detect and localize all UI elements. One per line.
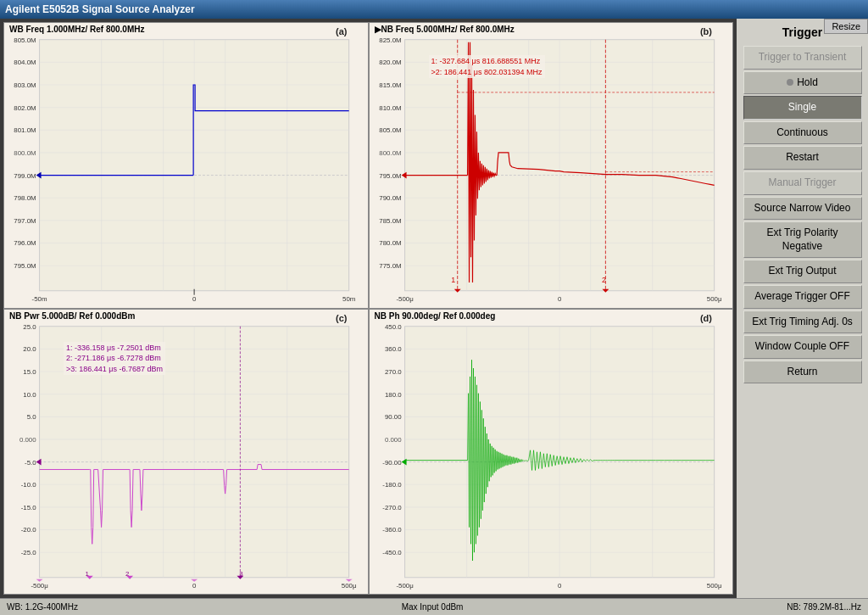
svg-text:804.0M: 804.0M — [14, 59, 36, 66]
title-bar: Agilent E5052B Signal Source Analyzer — [0, 0, 868, 19]
return-button[interactable]: Return — [743, 361, 862, 384]
svg-text:10.0: 10.0 — [23, 390, 36, 398]
hold-indicator — [787, 79, 793, 86]
window-couple-button[interactable]: Window Couple OFF — [743, 335, 862, 359]
svg-text:1: 1 — [86, 569, 89, 577]
ext-trig-timing-button[interactable]: Ext Trig Timing Adj. 0s — [743, 310, 862, 334]
svg-text:3: 3 — [239, 569, 243, 577]
svg-text:775.0M: 775.0M — [379, 262, 401, 270]
chart-panel-a: WB Freq 1.000MHz/ Ref 800.0MHz (a) — [3, 22, 369, 309]
svg-text:0: 0 — [192, 295, 197, 303]
svg-text:1: 1 — [451, 276, 455, 284]
svg-text:805.0M: 805.0M — [14, 36, 36, 44]
svg-text:500μ: 500μ — [706, 295, 721, 303]
average-trigger-button[interactable]: Average Trigger OFF — [743, 285, 862, 309]
restart-button[interactable]: Restart — [743, 146, 862, 170]
svg-text:-360.0: -360.0 — [382, 526, 402, 534]
svg-text:0: 0 — [557, 295, 561, 303]
chart-d-title: NB Ph 90.00deg/ Ref 0.000deg — [375, 311, 496, 321]
svg-text:25.0: 25.0 — [23, 322, 36, 330]
ext-trig-output-button[interactable]: Ext Trig Output — [743, 260, 862, 283]
chart-b-svg: 825.0M 820.0M 815.0M 810.0M 805.0M 800.0… — [370, 23, 733, 308]
svg-text:-15.0: -15.0 — [21, 503, 37, 511]
svg-text:450.0: 450.0 — [384, 322, 401, 330]
svg-text:-270.0: -270.0 — [382, 503, 402, 511]
svg-text:795.0M: 795.0M — [14, 262, 36, 270]
continuous-button[interactable]: Continuous — [743, 121, 862, 145]
svg-text:800.0M: 800.0M — [379, 149, 401, 157]
chart-a-label: (a) — [336, 26, 347, 36]
svg-text:0: 0 — [557, 581, 561, 589]
svg-text:360.0: 360.0 — [384, 345, 401, 353]
svg-text:500μ: 500μ — [706, 581, 721, 589]
chart-panel-c: NB Pwr 5.000dB/ Ref 0.000dBm (c) 1: -336… — [3, 309, 369, 595]
svg-text:-50m: -50m — [32, 295, 47, 303]
status-center: Max Input 0dBm — [402, 602, 464, 612]
svg-text:-450.0: -450.0 — [382, 549, 402, 556]
svg-text:90.00: 90.00 — [384, 413, 401, 421]
app-title: Agilent E5052B Signal Source Analyzer — [5, 3, 195, 15]
charts-area: WB Freq 1.000MHz/ Ref 800.0MHz (a) — [0, 19, 737, 598]
svg-text:800.0M: 800.0M — [14, 149, 36, 157]
svg-text:825.0M: 825.0M — [379, 36, 401, 44]
svg-text:802.0M: 802.0M — [14, 104, 36, 112]
main-content: WB Freq 1.000MHz/ Ref 800.0MHz (a) — [0, 19, 868, 598]
svg-text:797.0M: 797.0M — [14, 217, 36, 225]
status-right: NB: 789.2M-81...Hz — [787, 602, 861, 612]
svg-text:0.000: 0.000 — [19, 435, 36, 443]
svg-text:796.0M: 796.0M — [14, 239, 36, 247]
status-left: WB: 1.2G-400MHz — [7, 602, 78, 612]
ext-trig-polarity-button[interactable]: Ext Trig Polarity Negative — [743, 221, 862, 258]
chart-c-label: (c) — [336, 313, 347, 323]
svg-text:2: 2 — [125, 569, 129, 577]
trigger-to-transient-button[interactable]: Trigger to Transient — [743, 46, 862, 70]
svg-text:795.0M: 795.0M — [379, 172, 401, 180]
chart-d-svg: 450.0 360.0 270.0 180.0 90.00 0.000 -90.… — [370, 310, 733, 595]
chart-c-svg: 25.0 20.0 15.0 10.0 5.0 0.000 -5.0 -10.0… — [4, 310, 368, 595]
svg-text:820.0M: 820.0M — [379, 59, 401, 66]
svg-text:785.0M: 785.0M — [379, 217, 401, 225]
svg-text:180.0: 180.0 — [384, 390, 401, 398]
svg-text:0.000: 0.000 — [384, 435, 401, 443]
status-bar: WB: 1.2G-400MHz Max Input 0dBm NB: 789.2… — [0, 598, 868, 615]
chart-d-label: (d) — [700, 313, 712, 323]
svg-text:815.0M: 815.0M — [379, 81, 401, 89]
svg-text:15.0: 15.0 — [23, 367, 36, 375]
svg-text:780.0M: 780.0M — [379, 239, 401, 247]
right-panel: Trigger Trigger to Transient Hold Single… — [737, 19, 868, 598]
chart-a-title: WB Freq 1.000MHz/ Ref 800.0MHz — [9, 25, 145, 34]
svg-text:790.0M: 790.0M — [379, 194, 401, 202]
svg-text:50m: 50m — [342, 295, 356, 303]
svg-text:-500μ: -500μ — [31, 581, 47, 589]
svg-text:-10.0: -10.0 — [21, 481, 37, 489]
chart-c-title: NB Pwr 5.000dB/ Ref 0.000dBm — [9, 311, 135, 321]
svg-text:270.0: 270.0 — [384, 367, 401, 375]
svg-text:-500μ: -500μ — [396, 295, 413, 303]
svg-text:-20.0: -20.0 — [21, 526, 37, 534]
resize-button[interactable]: Resize — [824, 19, 868, 34]
svg-text:805.0M: 805.0M — [379, 126, 401, 134]
svg-text:-25.0: -25.0 — [21, 549, 37, 556]
hold-button[interactable]: Hold — [743, 71, 862, 95]
chart-panel-d: NB Ph 90.00deg/ Ref 0.000deg (d) — [369, 309, 734, 595]
svg-text:799.0M: 799.0M — [14, 172, 36, 180]
source-button[interactable]: Source Narrow Video — [743, 197, 862, 221]
single-button[interactable]: Single — [743, 96, 862, 120]
chart-b-title: ▶NB Freq 5.000MHz/ Ref 800.0MHz — [375, 25, 515, 34]
svg-text:810.0M: 810.0M — [379, 104, 401, 112]
chart-c-markers: 1: -336.158 μs -7.2501 dBm 2: -271.186 μ… — [64, 342, 165, 376]
svg-text:-5.0: -5.0 — [25, 458, 36, 466]
chart-b-markers: 1: -327.684 μs 816.688551 MHz >2: 186.44… — [429, 55, 545, 78]
svg-text:-90.00: -90.00 — [382, 458, 402, 466]
svg-text:500μ: 500μ — [342, 581, 357, 589]
svg-text:2: 2 — [601, 276, 605, 284]
svg-text:803.0M: 803.0M — [14, 81, 36, 89]
chart-b-label: (b) — [700, 26, 712, 36]
svg-text:801.0M: 801.0M — [14, 126, 36, 134]
manual-trigger-button[interactable]: Manual Trigger — [743, 171, 862, 195]
svg-text:5.0: 5.0 — [27, 413, 37, 421]
svg-text:-500μ: -500μ — [396, 581, 413, 589]
chart-panel-b: ▶NB Freq 5.000MHz/ Ref 800.0MHz (b) 1: -… — [369, 22, 734, 309]
svg-text:798.0M: 798.0M — [14, 194, 36, 202]
svg-text:-180.0: -180.0 — [382, 481, 402, 489]
